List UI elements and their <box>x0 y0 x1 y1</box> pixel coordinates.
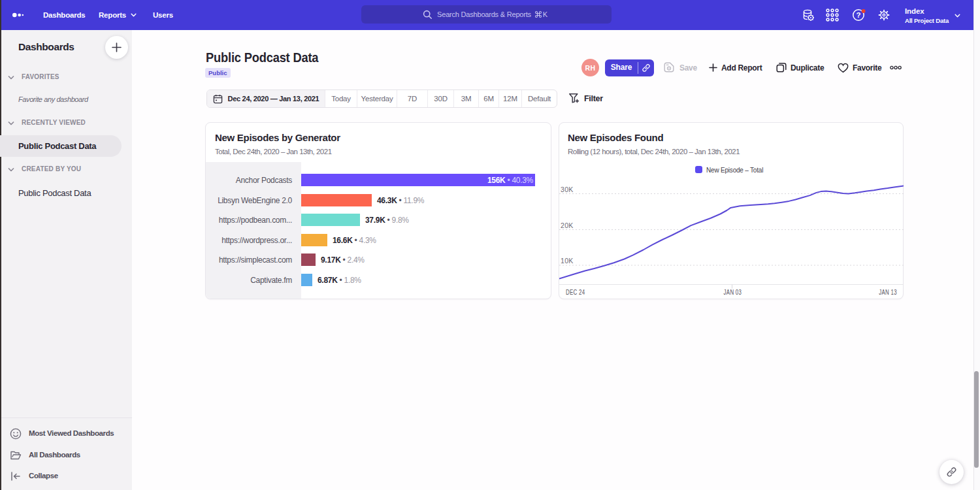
svg-text:?: ? <box>856 11 860 19</box>
